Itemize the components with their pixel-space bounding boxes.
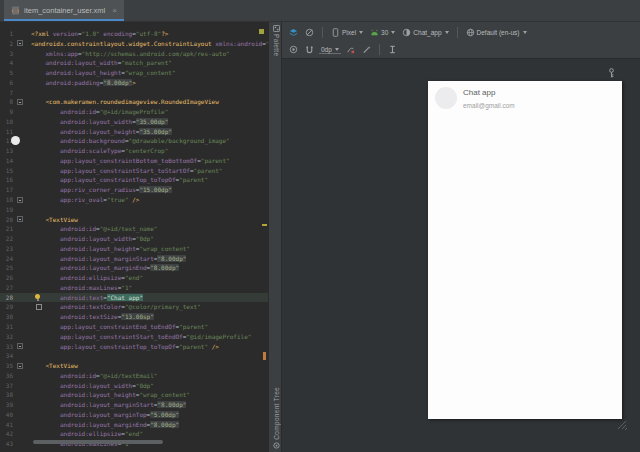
code-text[interactable]: android:scaleType="centerCrop" <box>24 146 268 156</box>
code-text[interactable]: android:layout_height="wrap_content" <box>24 244 268 254</box>
code-line[interactable]: 15 app:layout_constraintStart_toStartOf=… <box>0 166 268 176</box>
code-text[interactable]: android:textColor="@color/primary_text" <box>24 302 268 312</box>
code-line[interactable]: 32 app:layout_constraintStart_toEndOf="@… <box>0 332 268 342</box>
canvas-resize-handle[interactable] <box>614 417 628 431</box>
code-text[interactable]: android:layout_width="match_parent" <box>24 58 268 68</box>
code-line[interactable]: 5 android:layout_height="wrap_content" <box>0 68 268 78</box>
code-line[interactable]: 26 android:ellipsize="end" <box>0 273 268 283</box>
code-line[interactable]: 31 app:layout_constraintEnd_toEndOf="par… <box>0 322 268 332</box>
code-line[interactable]: 37 android:layout_width="0dp" <box>0 381 268 391</box>
code-line[interactable]: 27 android:maxLines="1" <box>0 283 268 293</box>
code-text[interactable]: android:layout_marginStart="8.00dp" <box>24 400 268 410</box>
code-line[interactable]: 3 xmlns:app="http://schemas.android.com/… <box>0 49 268 59</box>
code-text[interactable]: android:id="@+id/text_name" <box>24 224 268 234</box>
code-text[interactable]: app:layout_constraintBottom_toBottomOf="… <box>24 156 268 166</box>
code-text[interactable]: android:id="@+id/imageProfile" <box>24 107 268 117</box>
code-text[interactable]: <TextView <box>24 361 268 371</box>
code-lines-container[interactable]: 1<?xml version="1.0" encoding="utf-8"?>2… <box>0 29 268 449</box>
autoconnect-button[interactable] <box>303 45 316 54</box>
intention-bulb-icon[interactable] <box>35 294 40 299</box>
code-line[interactable]: 38 android:layout_height="wrap_content" <box>0 390 268 400</box>
code-text[interactable]: app:layout_constraintTop_toTopOf="parent… <box>24 342 268 352</box>
code-line[interactable]: 2<androidx.constraintlayout.widget.Const… <box>0 39 268 49</box>
palette-tab[interactable]: Palette <box>269 25 283 56</box>
tab-close-icon[interactable]: × <box>112 6 117 15</box>
code-line[interactable]: 40 android:layout_marginTop="5.00dp" <box>0 410 268 420</box>
error-stripe-mark[interactable] <box>262 224 267 226</box>
code-line[interactable]: 8 <com.makeramen.roundedimageview.Rounde… <box>0 97 268 107</box>
api-level-selector[interactable]: 30 <box>368 28 397 37</box>
design-canvas[interactable]: Chat app email@gmail.com <box>282 59 640 452</box>
code-text[interactable]: android:id="@+id/textEmail" <box>24 371 268 381</box>
code-line[interactable]: 36 android:id="@+id/textEmail" <box>0 371 268 381</box>
code-line[interactable]: 34 <box>0 351 268 361</box>
code-text[interactable]: android:background="@drawable/background… <box>24 136 268 146</box>
code-line[interactable]: 17 app:riv_corner_radius="15.00dp" <box>0 185 268 195</box>
code-line[interactable]: 20 <TextView <box>0 215 268 225</box>
code-line[interactable]: 12 android:background="@drawable/backgro… <box>0 136 268 146</box>
theme-selector[interactable]: Chat_app <box>400 28 450 37</box>
horizontal-scrollbar[interactable] <box>33 440 163 444</box>
fold-icon[interactable] <box>17 197 23 203</box>
code-text[interactable]: android:layout_marginEnd="8.00dp" <box>24 263 268 273</box>
code-line[interactable]: 22 android:layout_width="0dp" <box>0 234 268 244</box>
fold-icon[interactable] <box>17 343 23 349</box>
inspection-indicator[interactable] <box>259 29 264 34</box>
tab-item-container-user-xml[interactable]: item_container_user.xml × <box>4 0 124 21</box>
code-text[interactable]: app:riv_oval="true" /> <box>24 195 268 205</box>
code-line[interactable]: 23 android:layout_height="wrap_content" <box>0 244 268 254</box>
code-text[interactable]: android:layout_marginStart="8.00dp" <box>24 254 268 264</box>
code-editor[interactable]: 1<?xml version="1.0" encoding="utf-8"?>2… <box>0 22 268 452</box>
design-surface-button[interactable] <box>287 28 300 37</box>
code-line[interactable]: 9 android:id="@+id/imageProfile" <box>0 107 268 117</box>
code-text[interactable]: android:ellipsize="end" <box>24 273 268 283</box>
code-text[interactable]: <TextView <box>24 215 268 225</box>
fold-icon[interactable] <box>17 216 23 222</box>
code-line[interactable]: 18 app:riv_oval="true" /> <box>0 195 268 205</box>
code-line[interactable]: 21 android:id="@+id/text_name" <box>0 224 268 234</box>
code-line[interactable]: 39 android:layout_marginStart="8.00dp" <box>0 400 268 410</box>
code-line[interactable]: 28 android:text="Chat app" <box>0 293 268 303</box>
code-line[interactable]: 42 android:ellipsize="end" <box>0 429 268 439</box>
code-text[interactable]: app:layout_constraintStart_toStartOf="pa… <box>24 166 268 176</box>
code-line[interactable]: 33 app:layout_constraintTop_toTopOf="par… <box>0 342 268 352</box>
code-text[interactable]: android:text="Chat app" <box>24 293 268 303</box>
code-text[interactable]: android:layout_width="0dp" <box>24 381 268 391</box>
guidelines-button[interactable] <box>386 45 399 54</box>
orientation-button[interactable] <box>303 28 316 37</box>
code-line[interactable]: 1<?xml version="1.0" encoding="utf-8"?> <box>0 29 268 39</box>
code-line[interactable]: 16 app:layout_constraintTop_toTopOf="par… <box>0 175 268 185</box>
code-line[interactable]: 30 android:textSize="13.00sp" <box>0 312 268 322</box>
code-text[interactable]: app:layout_constraintTop_toTopOf="parent… <box>24 175 268 185</box>
code-line[interactable]: 10 android:layout_width="35.00dp" <box>0 117 268 127</box>
fold-icon[interactable] <box>17 363 23 369</box>
code-line[interactable]: 35 <TextView <box>0 361 268 371</box>
code-text[interactable]: <?xml version="1.0" encoding="utf-8"?> <box>24 29 268 39</box>
code-text[interactable] <box>24 88 268 98</box>
component-tree-tab[interactable]: Component Tree <box>269 387 283 449</box>
code-text[interactable]: <com.makeramen.roundedimageview.RoundedI… <box>24 97 268 107</box>
code-line[interactable]: 7 <box>0 88 268 98</box>
infer-constraints-button[interactable] <box>360 45 373 54</box>
code-text[interactable]: android:padding="8.00dp"> <box>24 78 268 88</box>
code-line[interactable]: 6 android:padding="8.00dp"> <box>0 78 268 88</box>
code-text[interactable]: app:layout_constraintStart_toEndOf="@id/… <box>24 332 268 342</box>
layout-preview-card[interactable]: Chat app email@gmail.com <box>428 81 622 419</box>
code-text[interactable]: android:layout_height="wrap_content" <box>24 68 268 78</box>
code-line[interactable]: 13 android:scaleType="centerCrop" <box>0 146 268 156</box>
default-margins-selector[interactable]: 0dp <box>319 46 341 54</box>
fold-icon[interactable] <box>17 99 23 105</box>
code-text[interactable]: android:layout_width="35.00dp" <box>24 117 268 127</box>
code-line[interactable]: 14 app:layout_constraintBottom_toBottomO… <box>0 156 268 166</box>
code-line[interactable]: 29 android:textColor="@color/primary_tex… <box>0 302 268 312</box>
code-text[interactable]: android:ellipsize="end" <box>24 429 268 439</box>
code-text[interactable]: xmlns:app="http://schemas.android.com/ap… <box>24 49 268 59</box>
code-line[interactable]: 11 android:layout_height="35.00dp" <box>0 127 268 137</box>
code-text[interactable] <box>24 351 268 361</box>
code-text[interactable]: android:maxLines="1" <box>24 283 268 293</box>
code-line[interactable]: 25 android:layout_marginEnd="8.00dp" <box>0 263 268 273</box>
code-line[interactable]: 41 android:layout_marginEnd="8.00dp" <box>0 420 268 430</box>
code-text[interactable]: <androidx.constraintlayout.widget.Constr… <box>24 39 268 49</box>
locale-selector[interactable]: Default (en-us) <box>464 28 529 37</box>
device-selector[interactable]: Pixel <box>329 28 365 37</box>
